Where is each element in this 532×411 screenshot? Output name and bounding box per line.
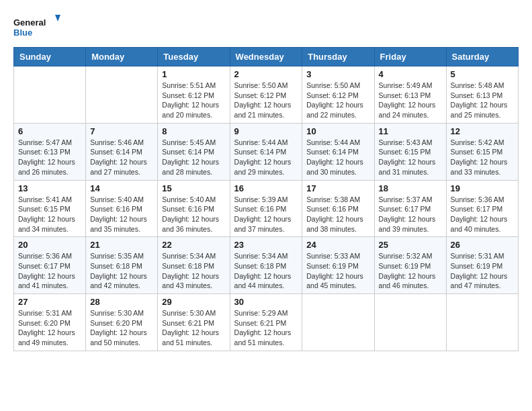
day-info: Sunrise: 5:51 AM Sunset: 6:12 PM Dayligh… xyxy=(162,81,225,120)
day-number: 1 xyxy=(162,69,225,79)
calendar-cell: 11Sunrise: 5:43 AM Sunset: 6:15 PM Dayli… xyxy=(374,123,446,180)
day-number: 20 xyxy=(18,240,81,250)
day-info: Sunrise: 5:37 AM Sunset: 6:17 PM Dayligh… xyxy=(379,195,442,234)
day-number: 5 xyxy=(451,69,514,79)
day-number: 7 xyxy=(90,126,153,136)
day-number: 14 xyxy=(90,183,153,193)
day-info: Sunrise: 5:47 AM Sunset: 6:13 PM Dayligh… xyxy=(18,138,81,177)
calendar-cell: 24Sunrise: 5:33 AM Sunset: 6:19 PM Dayli… xyxy=(302,237,374,294)
day-info: Sunrise: 5:43 AM Sunset: 6:15 PM Dayligh… xyxy=(379,138,442,177)
calendar-cell: 15Sunrise: 5:40 AM Sunset: 6:16 PM Dayli… xyxy=(158,180,230,237)
calendar-cell: 19Sunrise: 5:36 AM Sunset: 6:17 PM Dayli… xyxy=(446,180,518,237)
calendar-cell: 9Sunrise: 5:44 AM Sunset: 6:14 PM Daylig… xyxy=(230,123,302,180)
day-info: Sunrise: 5:31 AM Sunset: 6:19 PM Dayligh… xyxy=(451,251,514,291)
calendar-cell: 26Sunrise: 5:31 AM Sunset: 6:19 PM Dayli… xyxy=(446,237,518,294)
calendar-cell: 10Sunrise: 5:44 AM Sunset: 6:14 PM Dayli… xyxy=(302,123,374,180)
weekday-header-friday: Friday xyxy=(374,48,446,66)
day-info: Sunrise: 5:40 AM Sunset: 6:16 PM Dayligh… xyxy=(162,195,225,234)
calendar-cell: 14Sunrise: 5:40 AM Sunset: 6:16 PM Dayli… xyxy=(86,180,158,237)
calendar-cell: 23Sunrise: 5:34 AM Sunset: 6:18 PM Dayli… xyxy=(230,237,302,294)
day-info: Sunrise: 5:34 AM Sunset: 6:18 PM Dayligh… xyxy=(162,251,225,291)
weekday-header-row: SundayMondayTuesdayWednesdayThursdayFrid… xyxy=(14,48,519,66)
day-info: Sunrise: 5:29 AM Sunset: 6:21 PM Dayligh… xyxy=(234,308,298,348)
day-number: 15 xyxy=(162,183,225,193)
weekday-header-wednesday: Wednesday xyxy=(230,48,302,66)
calendar-cell xyxy=(374,294,446,351)
day-info: Sunrise: 5:31 AM Sunset: 6:20 PM Dayligh… xyxy=(18,308,81,348)
calendar-week-5: 27Sunrise: 5:31 AM Sunset: 6:20 PM Dayli… xyxy=(14,294,519,351)
logo: General Blue xyxy=(13,13,60,40)
calendar-cell: 1Sunrise: 5:51 AM Sunset: 6:12 PM Daylig… xyxy=(158,66,230,124)
day-info: Sunrise: 5:46 AM Sunset: 6:14 PM Dayligh… xyxy=(90,138,153,177)
calendar-cell: 2Sunrise: 5:50 AM Sunset: 6:12 PM Daylig… xyxy=(230,66,302,124)
header: General Blue xyxy=(13,13,519,40)
calendar-cell: 28Sunrise: 5:30 AM Sunset: 6:20 PM Dayli… xyxy=(86,294,158,351)
calendar-cell: 8Sunrise: 5:45 AM Sunset: 6:14 PM Daylig… xyxy=(158,123,230,180)
calendar-cell: 6Sunrise: 5:47 AM Sunset: 6:13 PM Daylig… xyxy=(14,123,86,180)
day-info: Sunrise: 5:44 AM Sunset: 6:14 PM Dayligh… xyxy=(234,138,298,177)
calendar-cell: 25Sunrise: 5:32 AM Sunset: 6:19 PM Dayli… xyxy=(374,237,446,294)
day-number: 13 xyxy=(18,183,81,193)
day-number: 8 xyxy=(162,126,225,136)
day-number: 27 xyxy=(18,297,81,307)
day-number: 30 xyxy=(234,297,298,307)
svg-text:General: General xyxy=(13,17,46,28)
calendar-cell xyxy=(302,294,374,351)
day-number: 17 xyxy=(306,183,369,193)
day-number: 25 xyxy=(379,240,442,250)
day-info: Sunrise: 5:34 AM Sunset: 6:18 PM Dayligh… xyxy=(234,251,298,291)
calendar-cell: 22Sunrise: 5:34 AM Sunset: 6:18 PM Dayli… xyxy=(158,237,230,294)
day-number: 18 xyxy=(379,183,442,193)
day-info: Sunrise: 5:45 AM Sunset: 6:14 PM Dayligh… xyxy=(162,138,225,177)
weekday-header-monday: Monday xyxy=(86,48,158,66)
calendar-cell: 29Sunrise: 5:30 AM Sunset: 6:21 PM Dayli… xyxy=(158,294,230,351)
calendar-cell: 5Sunrise: 5:48 AM Sunset: 6:13 PM Daylig… xyxy=(446,66,518,124)
day-number: 4 xyxy=(379,69,442,79)
day-info: Sunrise: 5:35 AM Sunset: 6:18 PM Dayligh… xyxy=(90,251,153,291)
weekday-header-tuesday: Tuesday xyxy=(158,48,230,66)
day-info: Sunrise: 5:33 AM Sunset: 6:19 PM Dayligh… xyxy=(306,251,369,291)
svg-marker-2 xyxy=(55,15,60,21)
calendar-cell: 4Sunrise: 5:49 AM Sunset: 6:13 PM Daylig… xyxy=(374,66,446,124)
day-number: 22 xyxy=(162,240,225,250)
weekday-header-sunday: Sunday xyxy=(14,48,86,66)
calendar-cell: 30Sunrise: 5:29 AM Sunset: 6:21 PM Dayli… xyxy=(230,294,302,351)
calendar-week-4: 20Sunrise: 5:36 AM Sunset: 6:17 PM Dayli… xyxy=(14,237,519,294)
day-info: Sunrise: 5:42 AM Sunset: 6:15 PM Dayligh… xyxy=(451,138,514,177)
calendar-cell: 17Sunrise: 5:38 AM Sunset: 6:16 PM Dayli… xyxy=(302,180,374,237)
day-info: Sunrise: 5:30 AM Sunset: 6:21 PM Dayligh… xyxy=(162,308,225,348)
day-number: 29 xyxy=(162,297,225,307)
day-number: 28 xyxy=(90,297,153,307)
day-number: 12 xyxy=(451,126,514,136)
calendar-cell: 21Sunrise: 5:35 AM Sunset: 6:18 PM Dayli… xyxy=(86,237,158,294)
calendar-cell: 3Sunrise: 5:50 AM Sunset: 6:12 PM Daylig… xyxy=(302,66,374,124)
day-number: 24 xyxy=(306,240,369,250)
day-number: 19 xyxy=(451,183,514,193)
day-number: 2 xyxy=(234,69,298,79)
calendar-cell xyxy=(446,294,518,351)
day-number: 3 xyxy=(306,69,369,79)
day-info: Sunrise: 5:36 AM Sunset: 6:17 PM Dayligh… xyxy=(451,195,514,234)
day-info: Sunrise: 5:30 AM Sunset: 6:20 PM Dayligh… xyxy=(90,308,153,348)
day-info: Sunrise: 5:50 AM Sunset: 6:12 PM Dayligh… xyxy=(306,81,369,120)
day-number: 10 xyxy=(306,126,369,136)
day-info: Sunrise: 5:36 AM Sunset: 6:17 PM Dayligh… xyxy=(18,251,81,291)
day-info: Sunrise: 5:49 AM Sunset: 6:13 PM Dayligh… xyxy=(379,81,442,120)
day-info: Sunrise: 5:50 AM Sunset: 6:12 PM Dayligh… xyxy=(234,81,298,120)
weekday-header-saturday: Saturday xyxy=(446,48,518,66)
day-info: Sunrise: 5:32 AM Sunset: 6:19 PM Dayligh… xyxy=(379,251,442,291)
day-number: 16 xyxy=(234,183,298,193)
day-info: Sunrise: 5:41 AM Sunset: 6:15 PM Dayligh… xyxy=(18,195,81,234)
day-info: Sunrise: 5:48 AM Sunset: 6:13 PM Dayligh… xyxy=(451,81,514,120)
calendar-cell xyxy=(14,66,86,124)
logo-svg: General Blue xyxy=(13,13,60,40)
day-info: Sunrise: 5:40 AM Sunset: 6:16 PM Dayligh… xyxy=(90,195,153,234)
calendar-cell: 7Sunrise: 5:46 AM Sunset: 6:14 PM Daylig… xyxy=(86,123,158,180)
calendar-cell: 18Sunrise: 5:37 AM Sunset: 6:17 PM Dayli… xyxy=(374,180,446,237)
day-info: Sunrise: 5:44 AM Sunset: 6:14 PM Dayligh… xyxy=(306,138,369,177)
day-number: 11 xyxy=(379,126,442,136)
weekday-header-thursday: Thursday xyxy=(302,48,374,66)
calendar-cell xyxy=(86,66,158,124)
day-info: Sunrise: 5:39 AM Sunset: 6:16 PM Dayligh… xyxy=(234,195,298,234)
svg-text:Blue: Blue xyxy=(13,28,32,38)
